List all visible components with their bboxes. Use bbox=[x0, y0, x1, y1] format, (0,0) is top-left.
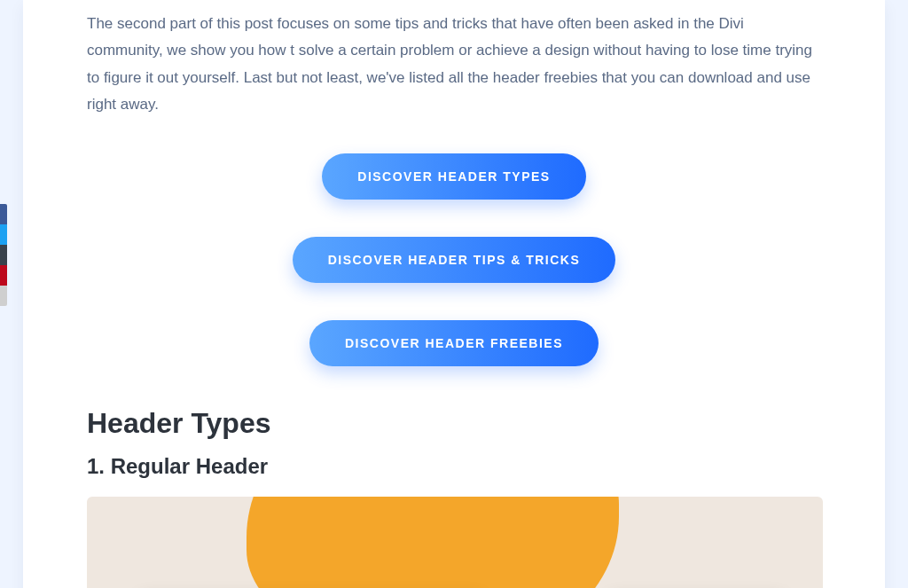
section-heading: Header Types bbox=[87, 407, 821, 440]
share-pinterest-icon[interactable] bbox=[0, 265, 7, 286]
discover-header-freebies-button[interactable]: DISCOVER HEADER FREEBIES bbox=[309, 320, 599, 366]
share-more-icon[interactable] bbox=[0, 286, 7, 306]
social-share-rail[interactable] bbox=[0, 204, 7, 306]
article-card: The second part of this post focuses on … bbox=[23, 0, 885, 588]
orange-blob-shape bbox=[247, 497, 619, 588]
cta-button-stack: DISCOVER HEADER TYPES DISCOVER HEADER TI… bbox=[87, 153, 821, 366]
discover-header-types-button[interactable]: DISCOVER HEADER TYPES bbox=[322, 153, 585, 200]
share-linkedin-icon[interactable] bbox=[0, 245, 7, 265]
discover-header-tips-button[interactable]: DISCOVER HEADER TIPS & TRICKS bbox=[293, 237, 616, 283]
subsection-heading: 1. Regular Header bbox=[87, 454, 821, 479]
intro-paragraph: The second part of this post focuses on … bbox=[87, 11, 821, 118]
header-preview-image: DIVI f ♥ ◉ BUY TICKETS Home Services ▾ P… bbox=[87, 497, 823, 588]
share-facebook-icon[interactable] bbox=[0, 204, 7, 224]
share-twitter-icon[interactable] bbox=[0, 224, 7, 245]
